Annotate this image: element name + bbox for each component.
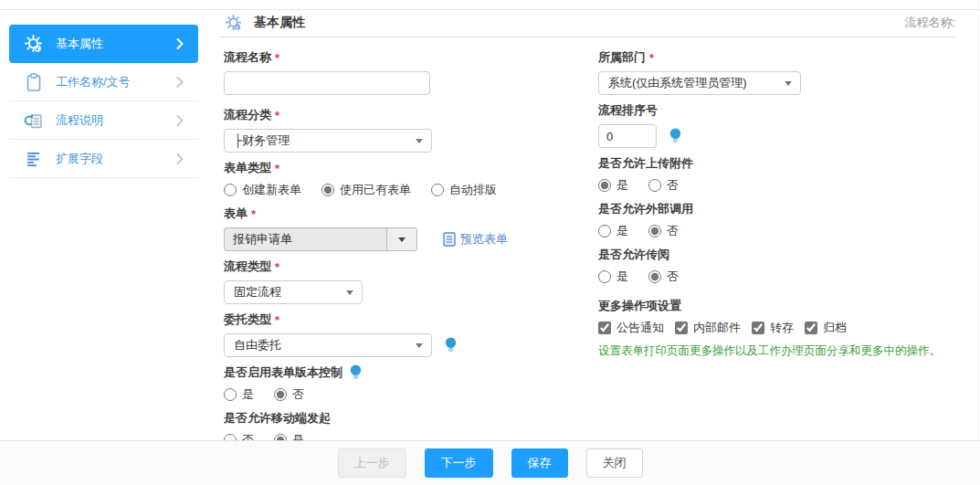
sidebar-item-work-name-number[interactable]: 工作名称/文号: [9, 63, 198, 101]
lightbulb-icon: [445, 337, 457, 353]
version-control-label: 是否启用表单版本控制: [224, 364, 534, 381]
process-category-select[interactable]: ├财务管理: [224, 129, 432, 153]
allow-circulation-label: 是否允许传阅: [598, 247, 954, 263]
department-select[interactable]: 系统(仅由系统管理员管理): [598, 71, 801, 95]
previous-step-button[interactable]: 上一步: [338, 448, 406, 478]
form-column-left: 流程名称* 流程分类* ├财务管理 表单类型* 创建新表单 使用已有表单: [224, 49, 534, 454]
dropdown-arrow-icon[interactable]: [386, 228, 416, 250]
save-button[interactable]: 保存: [511, 448, 568, 478]
checkbox-archive[interactable]: 归档: [805, 320, 847, 336]
list-lines-icon: [24, 149, 44, 169]
chevron-right-icon: [176, 115, 184, 126]
form-column-right: 所属部门* 系统(仅由系统管理员管理) 流程排序号 是否允许上传附件: [598, 49, 954, 359]
more-actions-checkbox-group: 公告通知 内部邮件 转存 归档: [598, 320, 954, 336]
sidebar-item-process-description[interactable]: 流程说明: [9, 101, 198, 140]
process-name-label: 流程名称*: [224, 49, 534, 66]
main-content: 基本属性 流程名称: 流程名称* 流程分类* ├财务管理 表单类型* 创建新表单: [219, 9, 955, 37]
allow-external-radio-group: 是 否: [598, 223, 954, 239]
preview-form-link[interactable]: 预览表单: [443, 231, 508, 248]
chevron-right-icon: [176, 38, 184, 49]
allow-external-label: 是否允许外部调用: [598, 201, 954, 217]
radio-create-new-form[interactable]: 创建新表单: [224, 182, 301, 198]
delegate-type-row: 自由委托: [224, 333, 534, 357]
clipboard-icon: [24, 72, 44, 92]
more-actions-note: 设置表单打印页面更多操作以及工作办理页面分享和更多中的操作。: [598, 343, 954, 359]
gear-icon: [24, 34, 44, 54]
radio-allow-external-no[interactable]: 否: [648, 223, 679, 239]
delegate-type-label: 委托类型*: [224, 311, 534, 328]
allow-upload-radio-group: 是 否: [598, 177, 954, 194]
lightbulb-icon: [669, 128, 681, 144]
next-step-button[interactable]: 下一步: [425, 448, 493, 478]
step-sidebar: 基本属性 工作名称/文号 流程说明: [9, 25, 198, 178]
lightbulb-icon: [350, 364, 362, 381]
delegate-type-select[interactable]: 自由委托: [224, 333, 432, 357]
chevron-right-icon: [176, 153, 184, 164]
radio-allow-circulation-no[interactable]: 否: [648, 269, 679, 285]
process-type-label: 流程类型*: [224, 258, 534, 275]
radio-allow-upload-no[interactable]: 否: [648, 177, 679, 194]
checkbox-transfer-save[interactable]: 转存: [752, 320, 794, 336]
checkbox-announcement-notice[interactable]: 公告通知: [598, 320, 664, 336]
sidebar-item-extended-fields[interactable]: 扩展字段: [9, 140, 198, 178]
doc-refresh-icon: [24, 111, 44, 131]
checkbox-internal-mail[interactable]: 内部邮件: [675, 320, 741, 336]
right-edge-divider: [977, 0, 978, 440]
radio-version-control-no[interactable]: 否: [274, 386, 304, 403]
chevron-right-icon: [176, 77, 184, 88]
page-title: 基本属性: [254, 15, 904, 31]
department-label: 所属部门*: [598, 49, 954, 66]
version-control-radio-group: 是 否: [224, 386, 534, 403]
close-button[interactable]: 关闭: [586, 448, 643, 478]
content-header: 基本属性 流程名称:: [219, 9, 955, 37]
sidebar-item-label: 扩展字段: [56, 151, 176, 167]
radio-version-control-yes[interactable]: 是: [224, 386, 254, 403]
sidebar-item-label: 基本属性: [56, 36, 176, 52]
sidebar-item-basic-properties[interactable]: 基本属性: [9, 25, 198, 63]
form-type-radio-group: 创建新表单 使用已有表单 自动排版: [224, 182, 534, 198]
mobile-initiate-label: 是否允许移动端发起: [224, 410, 534, 427]
form-select-row: 报销申请单 预览表单: [224, 227, 534, 251]
sort-number-label: 流程排序号: [598, 102, 954, 119]
document-icon: [443, 232, 456, 247]
sort-number-input[interactable]: [598, 124, 657, 148]
form-type-label: 表单类型*: [224, 160, 534, 176]
process-name-input[interactable]: [224, 71, 430, 95]
allow-upload-label: 是否允许上传附件: [598, 155, 954, 172]
radio-auto-layout[interactable]: 自动排版: [431, 182, 497, 198]
more-actions-label: 更多操作项设置: [598, 298, 954, 314]
gear-icon: [225, 14, 243, 32]
radio-allow-circulation-yes[interactable]: 是: [598, 269, 628, 285]
process-name-display-label: 流程名称:: [904, 15, 955, 31]
radio-allow-upload-yes[interactable]: 是: [598, 177, 628, 194]
sort-number-row: [598, 124, 954, 148]
sidebar-item-label: 流程说明: [56, 112, 176, 129]
process-type-select[interactable]: 固定流程: [224, 280, 363, 304]
radio-allow-external-yes[interactable]: 是: [598, 223, 628, 239]
process-category-label: 流程分类*: [224, 107, 534, 123]
footer-button-bar: 上一步 下一步 保存 关闭: [0, 440, 980, 485]
sidebar-item-label: 工作名称/文号: [56, 74, 176, 90]
allow-circulation-radio-group: 是 否: [598, 269, 954, 285]
radio-use-existing-form[interactable]: 使用已有表单: [321, 182, 411, 198]
form-select-label: 表单*: [224, 206, 534, 222]
form-select-combobox[interactable]: 报销申请单: [224, 227, 417, 251]
